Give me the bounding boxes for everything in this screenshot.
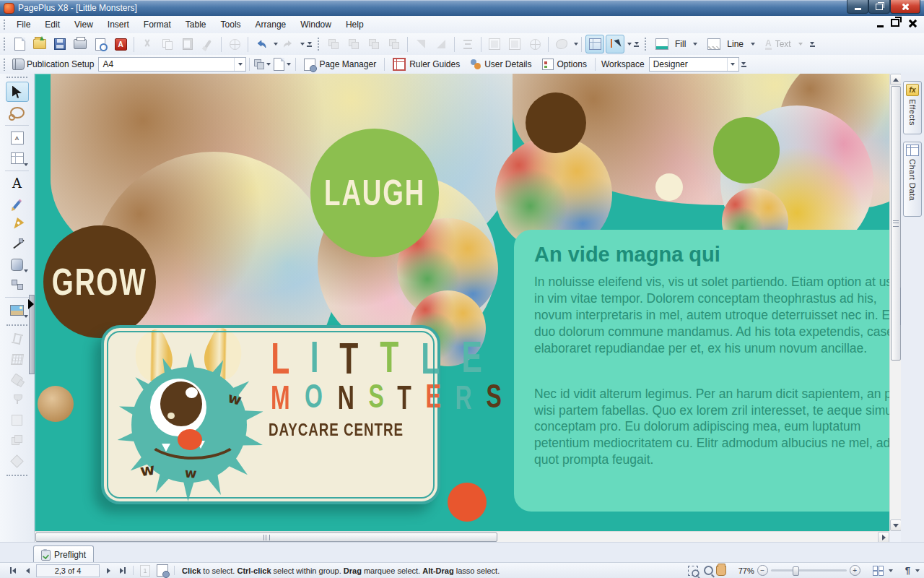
- little-monsters-logo[interactable]: w w w L I T T L E M O N S T: [101, 325, 440, 504]
- context-overflow-button[interactable]: [741, 62, 746, 67]
- arrange-toolbar-grip[interactable]: [317, 37, 321, 52]
- close-button[interactable]: [890, 0, 920, 14]
- quickshape-flyout[interactable]: [24, 269, 28, 272]
- laugh-badge[interactable]: LAUGH: [310, 129, 439, 257]
- preflight-tab[interactable]: Preflight: [33, 545, 94, 564]
- print-button[interactable]: [71, 35, 90, 53]
- table-flyout[interactable]: [24, 163, 28, 166]
- options-button[interactable]: Options: [537, 56, 592, 72]
- blank-page-dropdown[interactable]: [287, 63, 291, 66]
- redo-dropdown[interactable]: [300, 43, 305, 46]
- page-properties-button[interactable]: [154, 563, 170, 578]
- tools-grip[interactable]: [6, 77, 27, 78]
- doc-close-button[interactable]: [908, 19, 917, 27]
- tool-picture-frame[interactable]: [6, 301, 28, 319]
- scroll-up-button[interactable]: [890, 74, 902, 85]
- page-size-dropdown[interactable]: [234, 58, 245, 71]
- user-details-button[interactable]: User Details: [465, 57, 536, 72]
- tool-quickshape[interactable]: [6, 255, 28, 274]
- color-overflow-button[interactable]: [810, 42, 815, 47]
- pan-tool-button[interactable]: [716, 565, 726, 576]
- tool-connector[interactable]: [6, 275, 28, 294]
- green-accent-circle[interactable]: [713, 117, 780, 184]
- text-color-dropdown[interactable]: [798, 43, 803, 46]
- open-button[interactable]: [30, 35, 49, 53]
- menu-help[interactable]: Help: [339, 17, 371, 33]
- article-panel[interactable]: An vide magna qui In noluisse eleifend v…: [514, 230, 889, 512]
- picture-flyout[interactable]: [24, 315, 28, 318]
- ruler-guides-button[interactable]: Ruler Guides: [388, 56, 465, 73]
- menu-tools[interactable]: Tools: [214, 17, 248, 33]
- insert-pages-button[interactable]: [253, 56, 271, 72]
- cream-dot-circle[interactable]: [655, 173, 683, 201]
- tool-pencil[interactable]: [6, 194, 28, 213]
- frame-borders-toggle[interactable]: [585, 35, 604, 53]
- page-size-combo[interactable]: A4: [98, 57, 246, 72]
- orange-accent-circle[interactable]: [448, 483, 487, 522]
- menu-table[interactable]: Table: [178, 17, 214, 33]
- tool-text-frame[interactable]: A: [6, 129, 28, 147]
- menu-file[interactable]: File: [9, 17, 38, 33]
- previous-page-button[interactable]: [20, 564, 35, 577]
- brown-accent-circle[interactable]: [526, 92, 586, 153]
- doc-minimize-button[interactable]: [877, 19, 884, 27]
- grow-badge[interactable]: GROW: [43, 225, 156, 338]
- workspace-dropdown[interactable]: [727, 58, 738, 71]
- last-page-button[interactable]: [116, 564, 130, 577]
- menu-insert[interactable]: Insert: [100, 17, 136, 33]
- line-button[interactable]: Line: [702, 36, 760, 52]
- horizontal-scroll-thumb[interactable]: [35, 532, 497, 542]
- marquee-zoom-button[interactable]: [688, 566, 698, 576]
- tool-lasso[interactable]: [6, 103, 28, 122]
- blank-page-button[interactable]: [273, 56, 292, 72]
- multipage-view-dropdown[interactable]: [889, 569, 893, 572]
- new-button[interactable]: [10, 35, 29, 53]
- zoom-in-button[interactable]: +: [850, 565, 860, 576]
- menu-view[interactable]: View: [67, 17, 100, 33]
- first-page-button[interactable]: [6, 564, 20, 577]
- scroll-down-button[interactable]: [890, 519, 902, 531]
- undo-dropdown[interactable]: [274, 43, 278, 46]
- wood-dot-circle[interactable]: [38, 386, 74, 422]
- select-mode-toggle[interactable]: [606, 35, 624, 53]
- insert-pages-dropdown[interactable]: [266, 63, 271, 66]
- workspace-combo[interactable]: Designer: [649, 57, 739, 72]
- toolbar-overflow-button[interactable]: [307, 42, 312, 47]
- menu-format[interactable]: Format: [136, 17, 178, 33]
- tab-effects[interactable]: fx Effects: [903, 81, 922, 134]
- tool-line[interactable]: [6, 235, 28, 254]
- page-indicator[interactable]: 2,3 of 4: [36, 564, 100, 577]
- menubar-grip[interactable]: [3, 19, 6, 31]
- multipage-view-button[interactable]: [873, 566, 884, 575]
- zoom-tool-button[interactable]: [704, 566, 713, 575]
- tool-pointer[interactable]: [6, 82, 29, 102]
- fill-dropdown[interactable]: [693, 43, 697, 46]
- zoom-slider-thumb[interactable]: [793, 566, 799, 576]
- quickshape-dropdown[interactable]: [574, 43, 578, 46]
- tool-artistic-text[interactable]: A: [6, 174, 28, 193]
- menu-edit[interactable]: Edit: [38, 17, 67, 33]
- tool-pen[interactable]: [6, 215, 28, 233]
- tools-expander[interactable]: [6, 324, 27, 326]
- horizontal-scrollbar[interactable]: [35, 531, 889, 543]
- show-marks-dropdown[interactable]: [915, 569, 920, 572]
- tool-table[interactable]: [6, 149, 28, 168]
- toolbar-grip[interactable]: [3, 37, 6, 52]
- show-marks-button[interactable]: ¶: [905, 566, 910, 575]
- line-dropdown[interactable]: [751, 43, 755, 46]
- context-toolbar-grip[interactable]: [3, 58, 6, 71]
- minimize-button[interactable]: [847, 0, 868, 14]
- next-page-button[interactable]: [101, 564, 116, 577]
- tab-chart-data[interactable]: Chart Data: [903, 142, 922, 217]
- arrange-overflow-button[interactable]: [634, 42, 639, 47]
- fill-button[interactable]: Fill: [650, 36, 702, 52]
- publish-pdf-button[interactable]: A: [111, 35, 130, 53]
- zoom-slider[interactable]: [771, 569, 847, 571]
- vertical-scroll-thumb[interactable]: [891, 86, 901, 361]
- document-canvas[interactable]: GROW LAUGH: [35, 74, 889, 531]
- select-mode-dropdown[interactable]: [627, 43, 632, 46]
- page-manager-button[interactable]: Page Manager: [299, 56, 381, 73]
- menu-window[interactable]: Window: [293, 17, 339, 33]
- format-toolbar-grip[interactable]: [644, 37, 648, 52]
- doc-restore-button[interactable]: [891, 19, 899, 27]
